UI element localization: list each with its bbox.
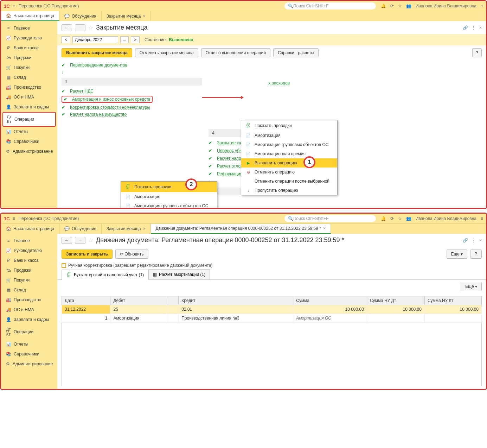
refresh-button[interactable]: ⟳ Обновить — [115, 250, 148, 259]
sidebar-item-7[interactable]: 🚚ОС и НМА — [1, 92, 57, 102]
sidebar-item-0[interactable]: ≡Главное — [1, 236, 57, 246]
subtab-depreciation[interactable]: ▦Расчет амортизации (1) — [148, 269, 210, 279]
search-input[interactable]: 🔍 Поиск Ctrl+Shift+F — [284, 215, 376, 222]
save-close-button[interactable]: Записать и закрыть — [62, 250, 113, 259]
menu-item-0[interactable]: ДтКтПоказать проводки — [121, 182, 217, 192]
menu-icon[interactable]: ≡ — [481, 216, 483, 221]
tab-month-closing[interactable]: Закрытие месяца× — [102, 224, 151, 234]
subtab-accounting[interactable]: ДтКтБухгалтерский и налоговый учет (1) — [62, 270, 148, 280]
sidebar-item-4[interactable]: 🛒Покупки — [1, 63, 57, 72]
table-header[interactable]: Дата — [62, 296, 110, 305]
menu-item-4[interactable]: ▶Выполнить операцию — [241, 158, 337, 168]
op-link[interactable]: х расходов — [268, 81, 290, 86]
sidebar-item-10[interactable]: 📊Отчеты — [1, 127, 57, 137]
close-icon[interactable]: × — [479, 238, 482, 243]
sidebar-item-11[interactable]: 📚Справочники — [1, 137, 57, 146]
table-header[interactable] — [168, 296, 179, 305]
sidebar-item-3[interactable]: 🛍Продажи — [1, 265, 57, 275]
user-icon[interactable]: 👥 — [406, 4, 411, 8]
sidebar-item-1[interactable]: 📈Руководителю — [1, 246, 57, 255]
report-button[interactable]: Отчет о выполнении операций — [201, 48, 270, 57]
history-icon[interactable]: ⟳ — [390, 4, 394, 8]
sidebar-item-2[interactable]: ₽Банк и касса — [1, 43, 57, 53]
op-link[interactable]: Амортизация и износ основных средств — [72, 97, 150, 102]
table-header[interactable]: Кредит — [179, 296, 293, 305]
favorite-icon[interactable]: ☆ — [88, 237, 93, 244]
tab-document-movements[interactable]: Движения документа: Регламентная операци… — [151, 224, 331, 234]
sidebar-item-9[interactable]: Дт КтОперации — [2, 112, 56, 127]
menu-item-3[interactable]: 📄Амортизационная премия — [241, 149, 337, 158]
period-prev-button[interactable]: < — [62, 36, 70, 43]
menu-item-1[interactable]: 📄Амортизация — [121, 192, 217, 201]
highlighted-operation[interactable]: ✔Амортизация и износ основных средств — [62, 96, 153, 103]
sidebar-item-2[interactable]: ₽Банк и касса — [1, 255, 57, 265]
sidebar-item-8[interactable]: 👤Зарплата и кадры — [1, 102, 57, 112]
tab-discussions[interactable]: 💬Обсуждения — [59, 224, 102, 234]
menu-icon[interactable]: ≡ — [481, 4, 483, 8]
more-button[interactable]: Еще ▾ — [461, 282, 482, 291]
table-header[interactable]: Дебет — [110, 296, 168, 305]
sidebar-item-12[interactable]: ⚙Администрирование — [1, 146, 57, 156]
table-row[interactable]: 1АмортизацияПроизводственная линия №3Амо… — [62, 314, 482, 323]
tab-home[interactable]: 🏠Начальная страница — [1, 11, 59, 21]
bell-icon[interactable]: 🔔 — [381, 4, 386, 8]
menu-item-1[interactable]: 📄Амортизация — [241, 131, 337, 140]
star-icon[interactable]: ☆ — [398, 4, 402, 8]
user-name[interactable]: Иванова Ирина Владимировна — [416, 4, 476, 8]
close-icon[interactable]: × — [143, 226, 146, 231]
bell-icon[interactable]: 🔔 — [381, 216, 386, 221]
sidebar-item-0[interactable]: ≡Главное — [1, 23, 57, 33]
sidebar-item-10[interactable]: 📊Отчеты — [1, 339, 57, 349]
menu-item-2[interactable]: 📄Амортизация групповых объектов ОС — [121, 201, 217, 209]
references-button[interactable]: Справки - расчеты — [273, 48, 319, 57]
sidebar-item-9[interactable]: Дт КтОперации — [1, 324, 57, 339]
sidebar-item-5[interactable]: ▦Склад — [1, 285, 57, 295]
op-link[interactable]: Корректировка стоимости номенклатуры — [70, 105, 150, 110]
manual-correction-checkbox[interactable] — [62, 263, 66, 268]
link-icon[interactable]: 🔗 — [463, 238, 468, 243]
op-link[interactable]: Расчет налога на имущество — [70, 112, 127, 117]
cancel-closing-button[interactable]: Отменить закрытие месяца — [135, 48, 198, 57]
period-next-button[interactable]: > — [131, 36, 140, 43]
nav-back-button[interactable]: ← — [62, 237, 72, 244]
help-button[interactable]: ? — [472, 48, 482, 57]
link-icon[interactable]: 🔗 — [463, 25, 468, 30]
tab-home[interactable]: 🏠Начальная страница — [1, 224, 59, 234]
op-link[interactable]: Перепроведение документов — [70, 63, 127, 68]
sidebar-item-3[interactable]: 🛍Продажи — [1, 53, 57, 63]
close-icon[interactable]: × — [479, 25, 482, 30]
menu-item-6[interactable]: Отменить операции после выбранной — [241, 177, 337, 186]
user-name[interactable]: Иванова Ирина Владимировна — [416, 216, 476, 221]
more-icon[interactable]: ⋮ — [472, 25, 476, 30]
more-button[interactable]: Еще ▾ — [447, 250, 468, 259]
menu-icon[interactable]: ≡ — [13, 4, 15, 8]
period-picker-button[interactable]: ... — [120, 36, 129, 43]
star-icon[interactable]: ☆ — [398, 216, 402, 221]
menu-item-5[interactable]: ⊘Отменить операцию — [241, 168, 337, 177]
sidebar-item-6[interactable]: 🏭Производство — [1, 82, 57, 92]
menu-icon[interactable]: ≡ — [13, 216, 15, 221]
tab-discussions[interactable]: 💬Обсуждения — [59, 11, 102, 21]
sidebar-item-5[interactable]: ▦Склад — [1, 72, 57, 82]
menu-item-0[interactable]: ДтКтПоказать проводки — [241, 120, 337, 131]
user-icon[interactable]: 👥 — [406, 216, 411, 221]
close-icon[interactable]: × — [143, 14, 146, 19]
sidebar-item-8[interactable]: 👤Зарплата и кадры — [1, 315, 57, 324]
history-icon[interactable]: ⟳ — [390, 216, 394, 221]
op-link[interactable]: Расчет НДС — [70, 89, 94, 94]
favorite-icon[interactable]: ☆ — [88, 24, 93, 31]
table-header[interactable]: Сумма НУ Кт — [424, 296, 481, 305]
sidebar-item-7[interactable]: 🚚ОС и НМА — [1, 305, 57, 315]
search-input[interactable]: 🔍 Поиск Ctrl+Shift+F — [284, 2, 376, 10]
table-header[interactable]: Сумма НУ Дт — [367, 296, 424, 305]
nav-back-button[interactable]: ← — [62, 24, 72, 31]
close-icon[interactable]: × — [323, 226, 326, 231]
sidebar-item-4[interactable]: 🛒Покупки — [1, 275, 57, 285]
sidebar-item-6[interactable]: 🏭Производство — [1, 295, 57, 305]
menu-item-7[interactable]: ↓Пропустить операцию — [241, 186, 337, 195]
period-input[interactable] — [72, 36, 118, 43]
menu-item-2[interactable]: 📄Амортизация групповых объектов ОС — [241, 140, 337, 149]
help-button[interactable]: ? — [470, 250, 482, 259]
table-row[interactable]: 31.12.20222502.0110 000,0010 000,0010 00… — [62, 305, 482, 314]
table-header[interactable]: Сумма — [293, 296, 367, 305]
